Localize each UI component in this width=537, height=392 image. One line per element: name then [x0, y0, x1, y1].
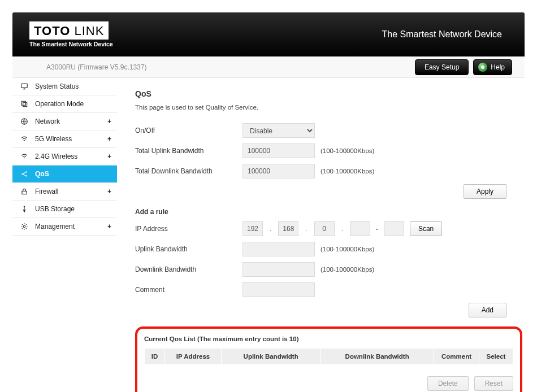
svg-rect-0	[21, 84, 28, 88]
add-button[interactable]: Add	[469, 303, 506, 317]
sidebar-label: 5G Wireless	[35, 135, 72, 143]
ip-seg-2[interactable]	[278, 221, 298, 236]
onoff-select[interactable]: Disable	[242, 123, 315, 138]
scan-button[interactable]: Scan	[410, 221, 442, 236]
help-button[interactable]: Help	[473, 59, 512, 75]
logo-sub-text: LINK	[74, 24, 104, 38]
wifi-icon	[20, 153, 31, 160]
ip-seg-5[interactable]	[384, 221, 404, 236]
reset-button[interactable]: Reset	[474, 376, 513, 391]
svg-point-4	[21, 173, 23, 175]
gear-icon	[20, 223, 31, 230]
sidebar-label: 2.4G Wireless	[35, 153, 77, 160]
table-header-row: ID IP Address Uplink Bandwidth Downlink …	[145, 349, 513, 365]
svg-rect-7	[22, 191, 27, 194]
expand-icon: +	[107, 223, 111, 230]
svg-rect-1	[21, 101, 25, 105]
sidebar-item-system-status[interactable]: System Status	[12, 78, 117, 95]
svg-point-8	[24, 211, 25, 212]
expand-icon: +	[107, 153, 111, 160]
share-icon	[20, 170, 31, 178]
sidebar-item-network[interactable]: Network +	[12, 113, 117, 130]
rule-downlink-input[interactable]	[242, 262, 315, 277]
rule-uplink-hint: (100-100000Kbps)	[321, 246, 374, 252]
logo: TOTO LINK The Smartest Network Device	[29, 21, 113, 47]
qos-list-highlight: Current Qos List (The maximum entry coun…	[135, 326, 522, 392]
page-description: This page is used to set Quality of Serv…	[135, 104, 525, 111]
ip-seg-4[interactable]	[350, 221, 370, 236]
logo-tagline: The Smartest Network Device	[29, 41, 113, 47]
onoff-label: On/Off	[135, 127, 242, 134]
total-downlink-label: Total Downlink Bandwidth	[135, 167, 242, 175]
rule-uplink-label: Uplink Bandwidth	[135, 245, 242, 253]
sidebar-item-24g-wireless[interactable]: 2.4G Wireless +	[12, 148, 117, 165]
sidebar-item-firewall[interactable]: Firewall +	[12, 183, 117, 201]
total-downlink-input[interactable]	[242, 164, 315, 178]
logo-main: TOTO	[34, 24, 70, 38]
subheader: A3000RU (Firmware V5.9c.1337) Easy Setup…	[12, 56, 525, 78]
sidebar-label: Operation Mode	[35, 100, 84, 108]
sidebar-label: Management	[35, 223, 75, 230]
usb-icon	[20, 205, 31, 213]
sidebar-label: USB Storage	[35, 205, 75, 213]
help-label: Help	[491, 63, 505, 71]
apply-button[interactable]: Apply	[464, 184, 506, 199]
logo-box: TOTO LINK	[29, 21, 109, 40]
col-uplink: Uplink Bandwidth	[222, 349, 321, 365]
col-comment: Comment	[434, 349, 479, 365]
svg-rect-2	[23, 103, 27, 107]
sidebar-label: Network	[35, 117, 60, 125]
lock-icon	[20, 188, 31, 195]
sidebar-item-5g-wireless[interactable]: 5G Wireless +	[12, 130, 117, 148]
comment-input[interactable]	[242, 282, 315, 297]
col-downlink: Downlink Bandwidth	[321, 349, 434, 365]
sidebar-item-management[interactable]: Management +	[12, 218, 117, 236]
sidebar-label: QoS	[35, 170, 49, 178]
easy-setup-button[interactable]: Easy Setup	[415, 59, 469, 75]
globe-icon	[20, 117, 31, 125]
header-slogan: The Smartest Network Device	[382, 29, 502, 40]
monitor-icon	[20, 82, 31, 90]
qos-list-title: Current Qos List (The maximum entry coun…	[144, 336, 513, 342]
rule-downlink-hint: (100-100000Kbps)	[321, 266, 374, 273]
add-rule-title: Add a rule	[135, 208, 525, 216]
total-uplink-label: Total Uplink Bandwidth	[135, 147, 242, 155]
ip-seg-3[interactable]	[314, 221, 335, 236]
help-icon	[478, 63, 487, 72]
col-select: Select	[479, 349, 513, 365]
qos-table: ID IP Address Uplink Bandwidth Downlink …	[144, 348, 513, 365]
sidebar-item-qos[interactable]: QoS	[12, 165, 117, 183]
expand-icon: +	[107, 188, 111, 195]
rule-uplink-input[interactable]	[242, 242, 315, 256]
sidebar: System Status Operation Mode Network + 5…	[12, 78, 117, 392]
downlink-hint: (100-100000Kbps)	[321, 168, 374, 175]
ip-dash: -	[376, 225, 378, 232]
expand-icon: +	[107, 135, 111, 143]
main-content: QoS This page is used to set Quality of …	[117, 78, 525, 392]
col-ip: IP Address	[165, 349, 222, 365]
sidebar-item-usb-storage[interactable]: USB Storage	[12, 201, 117, 218]
page-title: QoS	[135, 89, 525, 98]
sidebar-label: System Status	[35, 82, 79, 90]
sidebar-item-operation-mode[interactable]: Operation Mode	[12, 95, 117, 113]
ip-seg-1[interactable]	[242, 221, 263, 236]
comment-label: Comment	[135, 286, 242, 294]
col-id: ID	[145, 349, 165, 365]
copy-icon	[20, 100, 31, 108]
rule-downlink-label: Downlink Bandwidth	[135, 265, 242, 273]
sidebar-label: Firewall	[35, 188, 58, 195]
model-firmware: A3000RU (Firmware V5.9c.1337)	[46, 63, 146, 71]
delete-button[interactable]: Delete	[427, 376, 469, 391]
wifi-icon	[20, 135, 31, 143]
svg-point-6	[25, 175, 27, 176]
svg-point-9	[23, 225, 25, 228]
uplink-hint: (100-100000Kbps)	[321, 147, 374, 154]
expand-icon: +	[107, 117, 111, 125]
header-bar: TOTO LINK The Smartest Network Device Th…	[12, 12, 525, 56]
total-uplink-input[interactable]	[242, 143, 315, 158]
ip-label: IP Address	[135, 225, 242, 233]
svg-point-5	[25, 171, 27, 172]
